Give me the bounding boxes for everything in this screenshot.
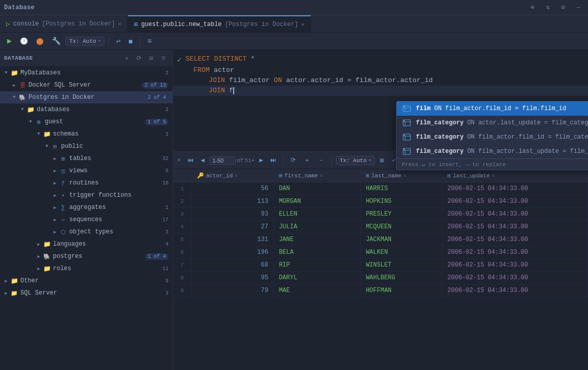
cell-last-name[interactable]: WINSLET [360,259,442,272]
table-row[interactable]: 8 95 DARYL WAHLBERG 2006-02-15 04:34:33.… [173,272,588,284]
col-header-actor-id[interactable]: 🔑 actor_id ⇅ [191,169,273,182]
results-close-button[interactable]: × [177,157,181,164]
add-connection-icon[interactable]: ⊕ [527,2,538,13]
cell-first-name[interactable]: DAN [273,182,360,195]
cell-actor-id[interactable]: 196 [191,246,273,259]
cell-actor-id[interactable]: 68 [191,259,273,272]
sidebar-item-roles[interactable]: ▶ 📁 roles 11 [0,262,173,275]
page-prev-btn[interactable]: ◀ [197,155,208,166]
page-first-btn[interactable]: ⏮ [185,155,196,166]
page-next-btn[interactable]: ▶ [256,155,267,166]
tab-console-close[interactable]: ✕ [118,21,121,27]
cell-last-name[interactable]: HOFFMAN [360,284,442,297]
sidebar-add-btn[interactable]: ＋ [122,53,132,63]
col-header-last-update[interactable]: ⊞ last_update ⇅ [442,169,587,182]
table-row[interactable]: 2 113 MORGAN HOPKINS 2006-02-15 04:34:33… [173,195,588,208]
cell-last-name[interactable]: MCQUEEN [360,221,442,233]
sidebar-item-databases[interactable]: ▼ 📁 databases 2 [0,103,173,116]
cell-actor-id[interactable]: 56 [191,182,273,195]
cell-last-update[interactable]: 2006-02-15 04:34:33.00 [442,246,587,259]
sidebar-layout-btn[interactable]: ⊟ [146,53,156,63]
page-last-btn[interactable]: ⏭ [268,155,279,166]
sql-editor[interactable]: ✓ SELECT DISTINCT * FROM actor JOIN film… [173,50,588,152]
sidebar-item-sql-server[interactable]: ▶ 📁 SQL Server 3 [0,287,173,299]
sidebar-item-public[interactable]: ▼ ⊟ public [0,140,173,152]
cell-last-update[interactable]: 2006-02-15 04:34:33.00 [442,272,587,284]
table-row[interactable]: 4 27 JULIA MCQUEEN 2006-02-15 04:34:33.0… [173,221,588,233]
tx-select[interactable]: Tx: Auto ▾ [66,37,104,46]
cell-actor-id[interactable]: 27 [191,221,273,233]
run-button[interactable]: ▶ [4,35,15,47]
cell-last-name[interactable]: HARRIS [360,182,442,195]
undo-button[interactable]: ↩ [113,35,123,47]
table-row[interactable]: 7 68 RIP WINSLET 2006-02-15 04:34:33.00 [173,259,588,272]
sidebar-item-sequences[interactable]: ▶ ⋯ sequences 17 [0,214,173,226]
sort-last-name[interactable]: ⇅ [404,173,406,178]
cell-first-name[interactable]: MORGAN [273,195,360,208]
cell-first-name[interactable]: RIP [273,259,360,272]
sidebar-item-schemas[interactable]: ▼ 📁 schemas 1 [0,128,173,140]
table-row[interactable]: 5 131 JANE JACKMAN 2006-02-15 04:34:33.0… [173,233,588,246]
cell-last-name[interactable]: WAHLBERG [360,272,442,284]
sidebar-item-routines[interactable]: ▶ ƒ routines 10 [0,177,173,189]
sidebar-item-tables[interactable]: ▶ ⊞ tables 32 [0,152,173,165]
close-icon[interactable]: — [573,2,584,13]
cell-last-update[interactable]: 2006-02-15 04:34:33.00 [442,195,587,208]
sidebar-item-postgres-db[interactable]: ▶ 🐘 postgres 1 of 4 [0,250,173,262]
sql-line-4[interactable]: JOIN f [173,86,588,96]
split-icon[interactable]: ⇅ [542,2,553,13]
tab-table-close[interactable]: ✕ [301,21,304,28]
sidebar-item-postgres[interactable]: ▼ 🐘 Postgres in Docker 2 of 4 [0,91,173,103]
menu-button[interactable]: ≡ [145,35,155,47]
results-add-btn[interactable]: ＋ [301,154,313,167]
sidebar-item-object-types[interactable]: ▶ ⬡ object types 3 [0,226,173,238]
sort-first-name[interactable]: ⇅ [320,173,323,178]
results-rows-btn[interactable]: ⊞ [377,154,387,167]
sidebar-item-views[interactable]: ▶ ◫ views 5 [0,165,173,177]
cell-actor-id[interactable]: 79 [191,284,273,297]
table-row[interactable]: 6 196 BELA WALKEN 2006-02-15 04:34:33.00 [173,246,588,259]
cell-actor-id[interactable]: 93 [191,208,273,221]
sidebar-filter-btn[interactable]: ▽ [158,53,169,63]
sidebar-refresh-btn[interactable]: ⟳ [134,53,144,63]
cell-actor-id[interactable]: 113 [191,195,273,208]
stop-button[interactable]: ⬤ [33,35,47,47]
tab-table[interactable]: ⊞ guest.public.new_table [Postgres in Do… [128,15,311,32]
sidebar-item-triggers[interactable]: ▶ ⚡ trigger functions [0,189,173,201]
sidebar-item-docker-sql[interactable]: ▶ 🗄 Docker SQL Server 2 of 13 [0,79,173,91]
autocomplete-item-3[interactable]: film_category ON film_actor.film_id = fi… [397,130,588,144]
settings-icon[interactable]: ⚙ [557,2,569,13]
col-header-first-name[interactable]: ⊞ first_name ⇅ [273,169,360,182]
autocomplete-item-2[interactable]: film_category ON actor.last_update = fil… [397,116,588,130]
data-table-wrap[interactable]: 🔑 actor_id ⇅ ⊞ first_name ⇅ [173,169,588,370]
cell-last-update[interactable]: 2006-02-15 04:34:33.00 [442,233,587,246]
sidebar-item-languages[interactable]: ▶ 📁 languages 4 [0,238,173,250]
cell-first-name[interactable]: DARYL [273,272,360,284]
cell-first-name[interactable]: BELA [273,246,360,259]
sidebar-item-mydatabases[interactable]: ▼ 📁 MyDatabases 2 [0,67,173,79]
cell-last-update[interactable]: 2006-02-15 04:34:33.00 [442,221,587,233]
autocomplete-item-1[interactable]: film ON film_actor.film_id = film.film_i… [397,101,588,116]
results-remove-btn[interactable]: － [315,154,327,167]
history-button[interactable]: 🕐 [17,35,31,47]
results-tx-select[interactable]: Tx: Auto ▾ [336,156,375,165]
cell-last-name[interactable]: WALKEN [360,246,442,259]
table-row[interactable]: 1 56 DAN HARRIS 2006-02-15 04:34:33.00 [173,182,588,195]
cell-last-update[interactable]: 2006-02-15 04:34:33.00 [442,182,587,195]
cell-last-name[interactable]: PRESLEY [360,208,442,221]
sort-actor-id[interactable]: ⇅ [235,173,237,178]
cell-last-update[interactable]: 2006-02-15 04:34:33.00 [442,208,587,221]
cell-first-name[interactable]: JANE [273,233,360,246]
sidebar-item-aggregates[interactable]: ▶ ∑ aggregates 1 [0,201,173,214]
cell-first-name[interactable]: MAE [273,284,360,297]
cell-last-name[interactable]: JACKMAN [360,233,442,246]
cell-first-name[interactable]: JULIA [273,221,360,233]
cell-last-update[interactable]: 2006-02-15 04:34:33.00 [442,284,587,297]
cell-actor-id[interactable]: 131 [191,233,273,246]
col-header-last-name[interactable]: ⊞ last_name ⇅ [360,169,442,182]
autocomplete-item-4[interactable]: film_category ON film_actor.last_update … [397,144,588,158]
results-refresh-btn[interactable]: ⟳ [288,154,299,167]
format-button[interactable]: 🔧 [49,35,64,47]
sort-last-update[interactable]: ⇅ [492,173,494,178]
sidebar-item-guest[interactable]: ▼ ⊞ guest 1 of 5 [0,116,173,128]
